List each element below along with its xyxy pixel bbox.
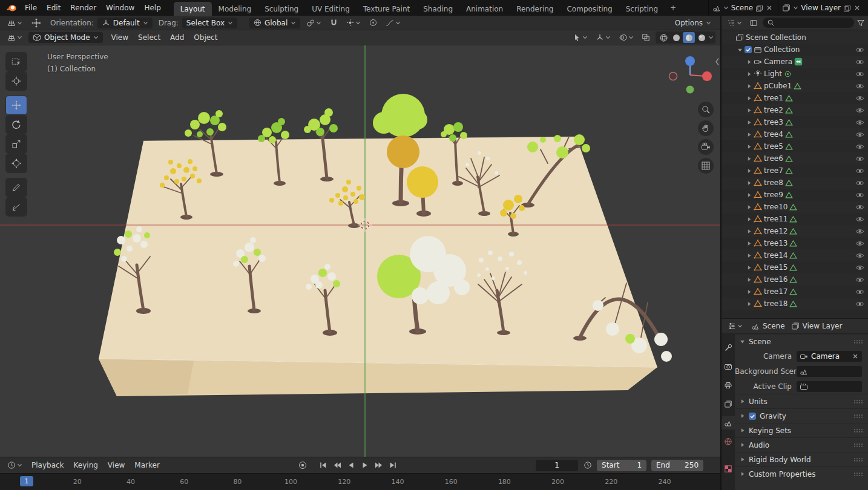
expander-icon[interactable] <box>746 59 752 65</box>
tool-properties-tab[interactable] <box>722 341 735 354</box>
transform-orientation-dropdown[interactable]: Global <box>249 18 300 28</box>
visibility-eye-icon[interactable] <box>855 299 864 309</box>
view-layer-properties-tab[interactable] <box>722 397 735 411</box>
options-dropdown[interactable]: Options <box>671 18 715 28</box>
rotate-tool[interactable] <box>6 116 27 134</box>
drag-handle-icon[interactable] <box>853 339 863 344</box>
outliner-row-tree4[interactable]: tree4 <box>722 128 868 140</box>
expander-icon[interactable] <box>746 229 752 234</box>
menu-file[interactable]: File <box>20 2 42 14</box>
panel-gravity[interactable]: Gravity <box>735 408 868 423</box>
expander-icon[interactable] <box>746 253 752 258</box>
outliner-search-input[interactable] <box>763 18 854 28</box>
visibility-eye-icon[interactable] <box>855 82 864 91</box>
timeline-menu-marker[interactable]: Marker <box>130 459 164 471</box>
panel-rigid-body-world[interactable]: Rigid Body World <box>735 452 868 466</box>
cursor-tool[interactable] <box>6 72 27 90</box>
overlays-dropdown[interactable] <box>616 32 636 43</box>
visibility-eye-icon[interactable] <box>855 57 864 67</box>
outliner-row-tree7[interactable]: tree7 <box>722 165 868 177</box>
expander-icon[interactable] <box>746 108 752 113</box>
timeline-menu-playback[interactable]: Playback <box>27 459 69 471</box>
expander-icon[interactable] <box>746 168 752 174</box>
expander-icon[interactable] <box>746 289 752 295</box>
expander-icon[interactable] <box>746 120 752 125</box>
platform-mesh[interactable] <box>99 137 657 396</box>
visibility-eye-icon[interactable] <box>855 191 864 200</box>
auto-keying-toggle[interactable] <box>296 460 309 471</box>
3d-viewport[interactable]: User Perspective (1) Collection <box>0 45 720 457</box>
background-scene-field[interactable] <box>797 366 862 377</box>
active-tool-button[interactable] <box>28 16 44 30</box>
unlink-scene-icon[interactable] <box>766 4 773 11</box>
outliner-display-mode[interactable] <box>747 18 760 28</box>
expander-icon[interactable] <box>746 144 752 149</box>
expander-icon[interactable] <box>746 71 752 77</box>
expander-icon[interactable] <box>746 241 752 246</box>
visibility-eye-icon[interactable] <box>855 118 864 127</box>
viewport-menu-view[interactable]: View <box>107 31 133 44</box>
output-properties-tab[interactable] <box>722 379 735 392</box>
proportional-editing-toggle[interactable] <box>367 18 380 28</box>
play-button[interactable] <box>358 460 371 471</box>
outliner-row-tree14[interactable]: tree14 <box>722 249 868 261</box>
outliner-row-pcube1[interactable]: pCube1 <box>722 80 868 92</box>
visibility-eye-icon[interactable] <box>855 287 864 296</box>
zoom-button[interactable] <box>698 102 714 117</box>
outliner-row-tree6[interactable]: tree6 <box>722 152 868 165</box>
workspace-tab-rendering[interactable]: Rendering <box>510 2 560 16</box>
outliner-row-tree16[interactable]: tree16 <box>722 273 868 286</box>
drag-handle-icon[interactable] <box>853 414 863 419</box>
workspace-tab-animation[interactable]: Animation <box>459 2 510 16</box>
snap-toggle-button[interactable] <box>327 18 340 28</box>
expander-icon[interactable] <box>746 217 752 222</box>
breadcrumb-scene[interactable]: Scene <box>751 322 785 330</box>
expander-icon[interactable] <box>746 83 752 89</box>
play-reverse-button[interactable] <box>344 460 357 471</box>
select-box-tool[interactable] <box>6 53 27 71</box>
outliner-row-tree18[interactable]: tree18 <box>722 298 868 310</box>
outliner-row-tree13[interactable]: tree13 <box>722 237 868 249</box>
navigation-gizmo[interactable] <box>668 53 712 97</box>
visibility-eye-icon[interactable] <box>855 94 864 103</box>
render-properties-tab[interactable] <box>722 360 735 373</box>
expander-icon[interactable] <box>746 265 752 270</box>
expander-icon[interactable] <box>746 204 752 210</box>
transform-tool[interactable] <box>6 154 27 172</box>
snap-settings-dropdown[interactable] <box>344 18 363 28</box>
visibility-eye-icon[interactable] <box>855 227 864 236</box>
visibility-eye-icon[interactable] <box>855 142 864 151</box>
visibility-eye-icon[interactable] <box>855 154 864 163</box>
scale-tool[interactable] <box>6 135 27 153</box>
panel-units[interactable]: Units <box>735 394 868 408</box>
workspace-tab-layout[interactable]: Layout <box>174 2 212 16</box>
visibility-eye-icon[interactable] <box>855 239 864 248</box>
shading-wireframe-button[interactable] <box>657 32 669 43</box>
blender-logo-icon[interactable] <box>6 4 17 12</box>
visibility-eye-icon[interactable] <box>855 275 864 284</box>
scene-properties-tab[interactable] <box>722 416 735 430</box>
timeline-menu-keying[interactable]: Keying <box>69 459 103 471</box>
filter-icon[interactable] <box>856 19 865 27</box>
sidebar-toggle-icon[interactable] <box>715 57 720 66</box>
visibility-eye-icon[interactable] <box>855 215 864 224</box>
outliner-row-tree5[interactable]: tree5 <box>722 140 868 152</box>
visibility-eye-icon[interactable] <box>855 130 864 139</box>
outliner-row-tree10[interactable]: tree10 <box>722 201 868 213</box>
annotate-tool[interactable] <box>6 178 27 197</box>
jump-to-end-button[interactable] <box>386 460 399 471</box>
playhead[interactable]: 1 <box>20 476 33 486</box>
scene-selector[interactable]: Scene <box>708 0 777 16</box>
expander-icon[interactable] <box>746 192 752 198</box>
selectability-dropdown[interactable] <box>570 32 590 43</box>
ortho-toggle-button[interactable] <box>698 158 714 174</box>
gizmos-dropdown[interactable] <box>593 32 613 43</box>
drag-dropdown[interactable]: Select Box <box>182 18 237 28</box>
scene-panel-header[interactable]: Scene <box>735 334 868 348</box>
active-clip-field[interactable] <box>797 381 862 392</box>
outliner-row-tree12[interactable]: tree12 <box>722 225 868 237</box>
viewport-menu-select[interactable]: Select <box>133 31 165 44</box>
menu-edit[interactable]: Edit <box>42 2 65 14</box>
workspace-tab-uv-editing[interactable]: UV Editing <box>305 2 357 16</box>
new-scene-icon[interactable] <box>755 4 763 12</box>
